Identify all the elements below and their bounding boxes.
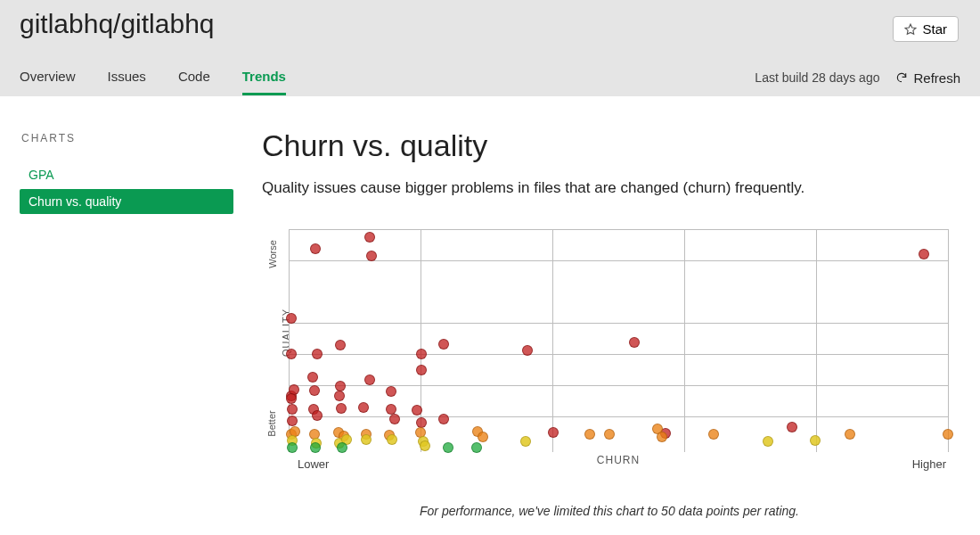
x-axis-label: CHURN xyxy=(597,454,640,466)
data-point[interactable] xyxy=(307,372,318,383)
star-button[interactable]: Star xyxy=(893,16,959,42)
repo-title[interactable]: gitlabhq/gitlabhq xyxy=(20,9,960,39)
svg-marker-0 xyxy=(906,24,917,34)
data-point[interactable] xyxy=(708,429,719,440)
chart-footnote: For performance, we've limited this char… xyxy=(271,504,948,518)
y-axis-high-hint: Worse xyxy=(267,240,278,268)
data-point[interactable] xyxy=(286,349,297,359)
tab-issues[interactable]: Issues xyxy=(108,60,146,95)
sidebar: CHARTS GPAChurn vs. quality xyxy=(0,96,233,518)
data-point[interactable] xyxy=(286,393,297,404)
data-point[interactable] xyxy=(287,404,298,415)
star-icon xyxy=(904,23,917,36)
main-content: Churn vs. quality Quality issues cause b… xyxy=(233,96,980,518)
data-point[interactable] xyxy=(478,432,488,442)
data-point[interactable] xyxy=(309,385,320,396)
data-point[interactable] xyxy=(787,422,797,432)
refresh-button[interactable]: Refresh xyxy=(895,70,960,86)
y-axis-low-hint: Better xyxy=(266,410,277,436)
star-button-label: Star xyxy=(922,21,947,37)
y-axis-labels: Worse QUALITY Better xyxy=(264,229,289,470)
x-axis-low-hint: Lower xyxy=(298,457,329,471)
data-point[interactable] xyxy=(361,434,372,445)
data-point[interactable] xyxy=(584,429,595,440)
tab-trends[interactable]: Trends xyxy=(242,60,286,95)
data-point[interactable] xyxy=(412,405,422,416)
data-point[interactable] xyxy=(312,349,323,359)
data-point[interactable] xyxy=(943,429,953,440)
refresh-icon xyxy=(895,71,908,84)
data-point[interactable] xyxy=(763,436,773,447)
data-point[interactable] xyxy=(438,339,449,350)
data-point[interactable] xyxy=(358,402,369,413)
data-point[interactable] xyxy=(416,365,427,375)
sidebar-heading: CHARTS xyxy=(20,132,233,144)
x-axis-high-hint: Higher xyxy=(912,457,946,471)
data-point[interactable] xyxy=(286,313,297,324)
data-point[interactable] xyxy=(389,414,400,424)
data-point[interactable] xyxy=(416,349,427,359)
churn-quality-chart: Worse QUALITY Better Lower CHURN Higher xyxy=(271,229,948,470)
x-axis-labels: Lower CHURN Higher xyxy=(289,452,948,472)
refresh-label: Refresh xyxy=(913,70,960,86)
data-point[interactable] xyxy=(629,337,640,348)
points-layer xyxy=(289,229,948,452)
data-point[interactable] xyxy=(335,340,346,350)
sidebar-item-churn-vs-quality[interactable]: Churn vs. quality xyxy=(20,189,233,214)
page-subtitle: Quality issues cause bigger problems in … xyxy=(262,179,948,197)
main-tabs: OverviewIssuesCodeTrends Last build 28 d… xyxy=(20,59,960,96)
data-point[interactable] xyxy=(310,243,321,254)
data-point[interactable] xyxy=(604,429,615,440)
data-point[interactable] xyxy=(287,416,298,426)
plot-area xyxy=(289,229,948,452)
data-point[interactable] xyxy=(810,435,821,446)
tab-code[interactable]: Code xyxy=(178,60,210,95)
data-point[interactable] xyxy=(919,249,929,259)
tab-overview[interactable]: Overview xyxy=(20,60,76,95)
data-point[interactable] xyxy=(520,436,531,447)
data-point[interactable] xyxy=(386,386,396,397)
data-point[interactable] xyxy=(845,429,855,440)
data-point[interactable] xyxy=(548,427,559,438)
data-point[interactable] xyxy=(420,440,430,451)
data-point[interactable] xyxy=(312,410,323,421)
data-point[interactable] xyxy=(387,434,397,445)
data-point[interactable] xyxy=(336,403,347,414)
data-point[interactable] xyxy=(364,232,375,243)
data-point[interactable] xyxy=(438,414,449,424)
sidebar-item-gpa[interactable]: GPA xyxy=(20,162,233,187)
data-point[interactable] xyxy=(364,374,375,385)
page-header: gitlabhq/gitlabhq Star OverviewIssuesCod… xyxy=(0,0,980,96)
data-point[interactable] xyxy=(366,251,377,261)
data-point[interactable] xyxy=(334,391,345,401)
build-status: Last build 28 days ago xyxy=(755,70,879,85)
data-point[interactable] xyxy=(657,432,667,442)
page-title: Churn vs. quality xyxy=(262,128,948,163)
data-point[interactable] xyxy=(522,345,533,356)
